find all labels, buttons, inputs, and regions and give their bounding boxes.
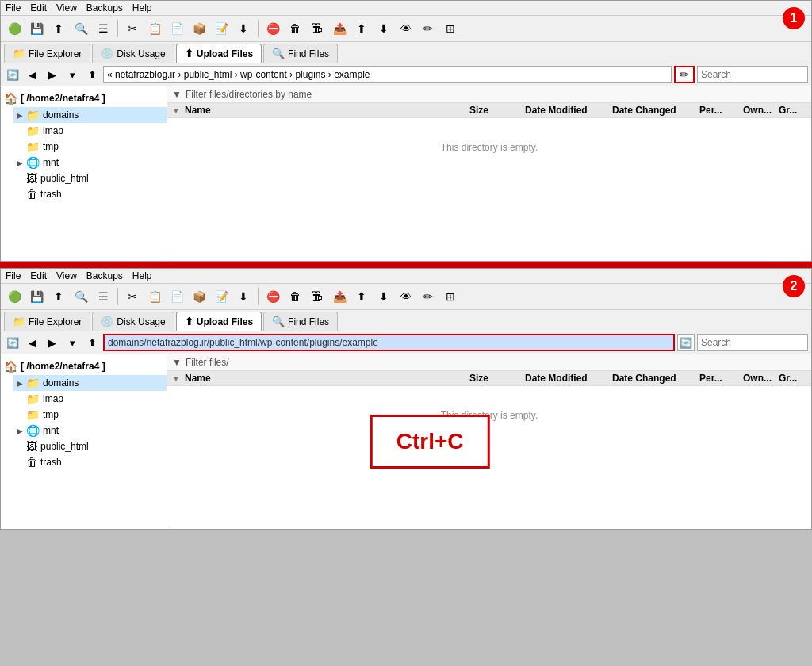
col-datechanged-1[interactable]: Date Changed <box>612 105 699 116</box>
col-name-1[interactable]: Name <box>185 105 469 116</box>
tree-root-1[interactable]: 🏠 [ /home2/netafra4 ] <box>1 90 167 107</box>
menu-edit-1[interactable]: Edit <box>30 2 47 13</box>
toolbar-up-2[interactable]: ⬆ <box>351 286 372 307</box>
col-datemod-2[interactable]: Date Modified <box>525 373 612 384</box>
toolbar-upload-1[interactable]: ⬆ <box>48 18 69 39</box>
addr-forward-1[interactable]: ▶ <box>44 66 61 83</box>
addr-back-1[interactable]: ◀ <box>24 66 41 83</box>
toolbar-edit2-1[interactable]: ✏ <box>418 18 439 39</box>
menu-backups-2[interactable]: Backups <box>86 270 123 281</box>
toolbar-grid-1[interactable]: ⊞ <box>440 18 461 39</box>
col-size-1[interactable]: Size <box>469 105 525 116</box>
toolbar-move-2[interactable]: 📦 <box>189 286 209 307</box>
toolbar-list-2[interactable]: ☰ <box>93 286 113 307</box>
addr-refresh-2[interactable]: 🔄 <box>4 334 21 351</box>
toolbar-eye-2[interactable]: 👁 <box>396 286 416 307</box>
toolbar-upload-2[interactable]: ⬆ <box>48 286 69 307</box>
toolbar-dl-2[interactable]: ⬇ <box>233 286 254 307</box>
tab-upload-files-2[interactable]: ⬆ Upload Files <box>176 312 262 331</box>
tab-file-explorer-1[interactable]: 📁 File Explorer <box>4 44 90 63</box>
toolbar-save-2[interactable]: 💾 <box>26 286 47 307</box>
toolbar-cut-2[interactable]: ✂ <box>122 286 143 307</box>
toolbar-dl-1[interactable]: ⬇ <box>233 18 254 39</box>
addr-dropdown-1[interactable]: ▾ <box>63 66 81 83</box>
tree-item-trash-1[interactable]: 🗑 trash <box>13 186 167 202</box>
address-input-1[interactable] <box>103 66 672 83</box>
tree-item-trash-2[interactable]: 🗑 trash <box>13 454 167 470</box>
addr-up-2[interactable]: ⬆ <box>83 334 101 351</box>
addr-forward-2[interactable]: ▶ <box>44 334 61 351</box>
toolbar-save-1[interactable]: 💾 <box>26 18 47 39</box>
menu-backups-1[interactable]: Backups <box>86 2 123 13</box>
tab-find-files-2[interactable]: 🔍 Find Files <box>263 312 338 331</box>
toolbar-extract-1[interactable]: 📤 <box>329 18 350 39</box>
addr-edit-btn-1[interactable]: ✏ <box>674 66 695 83</box>
tree-root-2[interactable]: 🏠 [ /home2/netafra4 ] <box>1 358 167 375</box>
tree-item-tmp-2[interactable]: 📁 tmp <box>13 407 167 423</box>
toolbar-compress-1[interactable]: 🗜 <box>307 18 327 39</box>
col-size-2[interactable]: Size <box>469 373 525 384</box>
toolbar-edit2-2[interactable]: ✏ <box>418 286 439 307</box>
tree-item-mnt-2[interactable]: ▶ 🌐 mnt <box>13 423 167 438</box>
toolbar-up-1[interactable]: ⬆ <box>351 18 372 39</box>
tree-item-publichtml-2[interactable]: 🖼 public_html <box>13 438 167 454</box>
tree-item-domains-2[interactable]: ▶ 📁 domains <box>13 375 167 391</box>
menu-file-1[interactable]: File <box>6 2 21 13</box>
toolbar-extract-2[interactable]: 📤 <box>329 286 350 307</box>
tree-item-tmp-1[interactable]: 📁 tmp <box>13 139 167 155</box>
toolbar-rename-1[interactable]: 📝 <box>211 18 232 39</box>
col-own-2[interactable]: Own... <box>743 373 779 384</box>
toolbar-delete-2[interactable]: 🗑 <box>285 286 305 307</box>
address-input-2[interactable] <box>103 334 675 351</box>
addr-reload-btn-2[interactable]: 🔄 <box>677 334 695 351</box>
col-datechanged-2[interactable]: Date Changed <box>612 373 699 384</box>
toolbar-cancel-2[interactable]: ⛔ <box>262 286 283 307</box>
search-input-2[interactable] <box>697 334 808 351</box>
toolbar-move-1[interactable]: 📦 <box>189 18 209 39</box>
menu-file-2[interactable]: File <box>6 270 21 281</box>
col-name-2[interactable]: Name <box>185 373 469 384</box>
col-per-1[interactable]: Per... <box>699 105 743 116</box>
tab-disk-usage-2[interactable]: 💿 Disk Usage <box>92 312 174 331</box>
toolbar-new-1[interactable]: 🟢 <box>4 18 25 39</box>
addr-dropdown-2[interactable]: ▾ <box>63 334 81 351</box>
addr-back-2[interactable]: ◀ <box>24 334 41 351</box>
toolbar-new-2[interactable]: 🟢 <box>4 286 25 307</box>
tree-item-imap-1[interactable]: 📁 imap <box>13 123 167 139</box>
toolbar-list-1[interactable]: ☰ <box>93 18 113 39</box>
toolbar-grid-2[interactable]: ⊞ <box>440 286 461 307</box>
tree-item-imap-2[interactable]: 📁 imap <box>13 391 167 407</box>
tab-file-explorer-2[interactable]: 📁 File Explorer <box>4 312 90 331</box>
toolbar-copy-2[interactable]: 📋 <box>144 286 165 307</box>
toolbar-paste-2[interactable]: 📄 <box>167 286 187 307</box>
col-datemod-1[interactable]: Date Modified <box>525 105 612 116</box>
toolbar-copy-1[interactable]: 📋 <box>144 18 165 39</box>
search-input-1[interactable] <box>697 66 808 83</box>
col-gr-2[interactable]: Gr... <box>779 373 806 384</box>
addr-up-1[interactable]: ⬆ <box>83 66 101 83</box>
tree-item-mnt-1[interactable]: ▶ 🌐 mnt <box>13 155 167 170</box>
toolbar-rename-2[interactable]: 📝 <box>211 286 232 307</box>
toolbar-delete-1[interactable]: 🗑 <box>285 18 305 39</box>
toolbar-paste-1[interactable]: 📄 <box>167 18 187 39</box>
toolbar-down-2[interactable]: ⬇ <box>373 286 394 307</box>
menu-view-1[interactable]: View <box>56 2 77 13</box>
toolbar-search-2[interactable]: 🔍 <box>71 286 91 307</box>
col-gr-1[interactable]: Gr... <box>779 105 806 116</box>
col-own-1[interactable]: Own... <box>743 105 779 116</box>
addr-refresh-1[interactable]: 🔄 <box>4 66 21 83</box>
toolbar-search-1[interactable]: 🔍 <box>71 18 91 39</box>
menu-help-1[interactable]: Help <box>132 2 152 13</box>
tree-item-domains-1[interactable]: ▶ 📁 domains <box>13 107 167 123</box>
col-per-2[interactable]: Per... <box>699 373 743 384</box>
tab-disk-usage-1[interactable]: 💿 Disk Usage <box>92 44 174 63</box>
tree-item-publichtml-1[interactable]: 🖼 public_html <box>13 170 167 186</box>
tab-find-files-1[interactable]: 🔍 Find Files <box>263 44 338 63</box>
toolbar-eye-1[interactable]: 👁 <box>396 18 416 39</box>
menu-view-2[interactable]: View <box>56 270 77 281</box>
toolbar-cut-1[interactable]: ✂ <box>122 18 143 39</box>
toolbar-compress-2[interactable]: 🗜 <box>307 286 327 307</box>
menu-edit-2[interactable]: Edit <box>30 270 47 281</box>
menu-help-2[interactable]: Help <box>132 270 152 281</box>
toolbar-down-1[interactable]: ⬇ <box>373 18 394 39</box>
